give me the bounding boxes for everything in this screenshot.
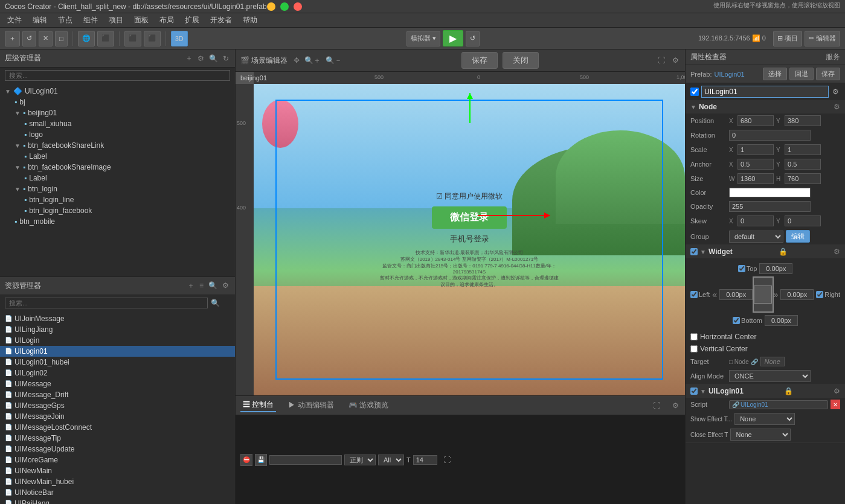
tree-item-btn-login[interactable]: ▼ ▪ btn_login <box>0 183 235 194</box>
rotation-input[interactable] <box>729 130 811 141</box>
tab-game-preview[interactable]: 🎮 游戏预览 <box>346 399 391 412</box>
menu-layout[interactable]: 布局 <box>155 14 179 27</box>
toolbar-3d-btn[interactable]: 3D <box>171 31 188 46</box>
anchor-y-input[interactable] <box>785 159 821 170</box>
vertical-center-checkbox[interactable] <box>690 345 698 352</box>
breadcrumb-save-btn[interactable]: 保存 <box>816 68 840 80</box>
services-tab[interactable]: 服务 <box>826 52 840 62</box>
hierarchy-add-btn[interactable]: ＋ <box>184 52 194 65</box>
asset-UIMessageGps[interactable]: 📄UIMessageGps <box>0 400 235 411</box>
menu-file[interactable]: 文件 <box>2 14 27 27</box>
pause-btn[interactable]: ↺ <box>466 31 480 46</box>
toolbar-stop-btn[interactable]: ⬛ <box>144 31 161 46</box>
color-swatch[interactable] <box>729 188 811 197</box>
tab-console[interactable]: ☰ 控制台 <box>240 398 276 412</box>
editor-btn[interactable]: ✏ 编辑器 <box>805 31 840 46</box>
tree-item-btn-mobile[interactable]: ▪ btn_mobile <box>0 216 235 227</box>
close-effect-select[interactable]: None <box>730 429 791 441</box>
toolbar-refresh-btn[interactable]: ↺ <box>22 31 36 46</box>
node-name-input[interactable] <box>701 86 829 98</box>
asset-UILogin01-hubei[interactable]: 📄UILogin01_hubei <box>0 357 235 368</box>
asset-UIJoinMessage[interactable]: 📄UIJoinMessage <box>0 313 235 324</box>
node-settings-btn[interactable]: ⚙ <box>831 86 840 97</box>
asset-UINewMain[interactable]: 📄UINewMain <box>0 465 235 476</box>
asset-UIMessageUpdate[interactable]: 📄UIMessageUpdate <box>0 444 235 455</box>
bottom-panel-popout-btn[interactable]: ⛶ <box>652 400 661 411</box>
scene-settings-btn[interactable]: ⚙ <box>671 55 680 66</box>
console-type-select[interactable]: 正则 <box>344 455 376 465</box>
assets-search-input[interactable] <box>5 298 208 308</box>
scene-canvas-area[interactable]: beijing01 500 0 500 1,000 1,500 500 400 … <box>236 72 685 395</box>
assets-search-go-btn[interactable]: 🔍 <box>210 298 221 308</box>
hierarchy-settings-btn[interactable]: ⚙ <box>196 52 205 65</box>
asset-UIMessage-Drift[interactable]: 📄UIMessage_Drift <box>0 389 235 400</box>
tree-item-btn-fb-link[interactable]: ▼ ▪ btn_facebookShareLink <box>0 140 235 151</box>
toolbar-rec-btn[interactable]: ⬛ <box>124 31 141 46</box>
node-active-checkbox[interactable] <box>690 88 699 96</box>
scene-move-btn[interactable]: ✥ <box>292 55 301 66</box>
size-w-input[interactable] <box>737 173 774 184</box>
asset-UILogin[interactable]: 📄UILogin <box>0 335 235 346</box>
toolbar-lang-btn[interactable]: 🌐 <box>78 31 95 46</box>
size-h-input[interactable] <box>785 173 821 184</box>
scene-zoom-in-btn[interactable]: 🔍＋ <box>303 54 322 67</box>
node-section-gear[interactable]: ⚙ <box>834 103 840 111</box>
scale-x-input[interactable] <box>737 144 774 155</box>
toolbar-close-btn[interactable]: ✕ <box>39 31 53 46</box>
breadcrumb-return-btn[interactable]: 回退 <box>789 68 814 80</box>
top-value-input[interactable] <box>759 263 792 274</box>
menu-project[interactable]: 项目 <box>104 14 128 27</box>
scene-content[interactable]: PREFAB <box>254 84 685 395</box>
tree-item-label1[interactable]: ▪ Label <box>0 151 235 162</box>
menu-developer[interactable]: 开发者 <box>205 14 237 27</box>
tree-item-btn-login-facebook[interactable]: ▪ btn_login_facebook <box>0 205 235 216</box>
widget-enable-checkbox[interactable] <box>690 248 698 255</box>
scene-maximize-btn[interactable]: ⛶ <box>657 55 666 66</box>
menu-help[interactable]: 帮助 <box>238 14 262 27</box>
menu-component[interactable]: 组件 <box>79 14 103 27</box>
widget-section-lock[interactable]: 🔒 <box>779 247 788 256</box>
bottom-value-input[interactable] <box>765 315 798 326</box>
scale-y-input[interactable] <box>785 144 821 155</box>
scene-save-btn[interactable]: 保存 <box>461 52 498 69</box>
close-btn[interactable] <box>294 2 302 11</box>
tree-item-btn-login-line[interactable]: ▪ btn_login_line <box>0 194 235 205</box>
top-checkbox[interactable] <box>738 265 745 272</box>
uilogin01-enable-checkbox[interactable] <box>690 388 698 395</box>
anchor-x-input[interactable] <box>737 159 774 170</box>
bottom-checkbox[interactable] <box>733 317 740 324</box>
assets-search-btn[interactable]: 🔍 <box>207 279 219 292</box>
asset-UILogin02[interactable]: 📄UILogin02 <box>0 368 235 378</box>
simulator-btn[interactable]: 模拟器 ▾ <box>406 31 440 46</box>
opacity-input[interactable] <box>729 201 811 212</box>
menu-extend[interactable]: 扩展 <box>180 14 204 27</box>
font-size-input[interactable] <box>413 455 437 465</box>
asset-UINewMain-hubei[interactable]: 📄UINewMain_hubei <box>0 476 235 487</box>
skew-x-input[interactable] <box>737 215 774 226</box>
scene-zoom-out-btn[interactable]: 🔍－ <box>324 54 343 67</box>
tree-item-logo[interactable]: ▪ logo <box>0 129 235 140</box>
left-checkbox[interactable] <box>690 291 698 298</box>
assets-settings-btn[interactable]: ⚙ <box>221 279 230 292</box>
asset-UIPaiHang[interactable]: 📄UIPaiHang <box>0 498 235 505</box>
bottom-panel-settings-btn[interactable]: ⚙ <box>671 400 680 411</box>
group-edit-btn[interactable]: 编辑 <box>786 230 810 243</box>
skew-y-input[interactable] <box>785 215 821 226</box>
console-filter-input[interactable] <box>269 455 342 465</box>
assets-add-btn[interactable]: ＋ <box>186 279 196 292</box>
node-section-header[interactable]: ▼ Node ⚙ <box>686 100 845 113</box>
asset-UIMoreGame[interactable]: 📄UIMoreGame <box>0 455 235 465</box>
hierarchy-refresh-btn[interactable]: ↻ <box>222 52 230 65</box>
show-effect-select[interactable]: None <box>734 413 795 425</box>
uilogin01-section-header[interactable]: ▼ UILogin01 🔒 ⚙ <box>686 384 845 398</box>
console-level-select[interactable]: All <box>378 455 404 465</box>
right-checkbox[interactable] <box>816 291 823 298</box>
toolbar-add-btn[interactable]: ＋ <box>5 31 20 46</box>
scene-close-btn[interactable]: 关闭 <box>503 52 539 69</box>
tab-animation[interactable]: ▶ 动画编辑器 <box>286 399 336 412</box>
menu-panel[interactable]: 面板 <box>129 14 153 27</box>
tree-item-label2[interactable]: ▪ Label <box>0 173 235 183</box>
right-value-input[interactable] <box>780 289 814 300</box>
group-select[interactable]: default <box>729 231 783 243</box>
hierarchy-search-btn[interactable]: 🔍 <box>208 52 219 65</box>
